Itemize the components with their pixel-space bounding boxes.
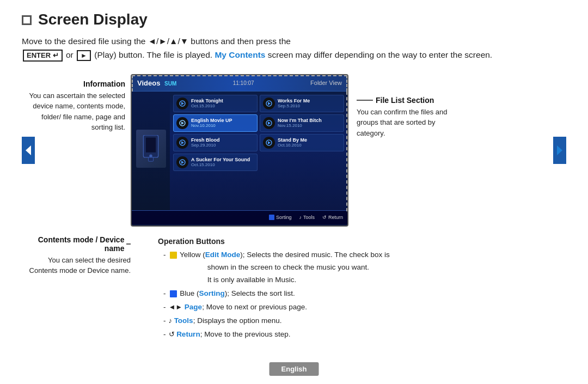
screen-box: Videos SUM 11:10:07 Folder View [131, 74, 348, 227]
file-info-6: A Sucker For Your Sound Oct.15.2010 [191, 157, 254, 167]
operation-buttons-title: Operation Buttons [158, 235, 390, 248]
op-item-2-text: Blue (Sorting); Selects the sort list. [169, 288, 390, 300]
file-date-0: Oct.15.2010 [191, 103, 254, 108]
contents-mode-text: You can select the desired Contents mode… [22, 255, 131, 276]
file-thumb-0 [176, 97, 188, 109]
yellow-color-box [170, 252, 177, 259]
bottom-btn-tools[interactable]: ♪ Tools [299, 215, 315, 220]
file-name-5: Stand By Me [278, 137, 341, 143]
usb-device-svg [140, 135, 162, 162]
file-list-title-row: File List Section [357, 96, 457, 105]
screen-filelist: Freak Tonight Oct.15.2010 Works For Me [170, 92, 347, 210]
description-block: Move to the desired file using the ◄/►/▲… [22, 35, 523, 62]
header-videos: Videos [137, 79, 160, 87]
main-content: Information You can ascertain the select… [22, 74, 566, 227]
tools-label: Tools [303, 215, 315, 220]
file-row-2: English Movie UP Nov.10.2010 Now I'm Tha… [173, 114, 344, 132]
op-item-page: - ◄► Page; Move to next or previous page… [163, 301, 390, 314]
edit-mode-link: Edit Mode [205, 251, 241, 259]
file-info-4: Fresh Blood Sep.29.2010 [191, 137, 254, 148]
svg-marker-19 [557, 145, 562, 155]
file-name-6: A Sucker For Your Sound [191, 157, 254, 162]
op-item-3-text: ◄► Page; Move to next or previous page. [169, 301, 390, 314]
svg-marker-6 [181, 102, 184, 105]
op-dash-2: - [163, 288, 166, 300]
file-name-2: English Movie UP [191, 118, 254, 123]
information-annotation: Information You can ascertain the select… [22, 74, 131, 133]
screen-content: Freak Tonight Oct.15.2010 Works For Me [132, 92, 347, 210]
empty-slot [260, 154, 344, 171]
device-icon [136, 130, 166, 168]
file-list-text: You can confirm the files and groups tha… [357, 107, 457, 139]
nav-arrow-right[interactable] [553, 137, 566, 164]
file-item-5[interactable]: Stand By Me Oct.10.2010 [260, 134, 344, 151]
file-row-1: Freak Tonight Oct.15.2010 Works For Me [173, 95, 344, 112]
op-dash-4: - [163, 315, 166, 327]
title-bullet-icon [22, 15, 32, 25]
file-thumb-2 [176, 117, 188, 129]
op-blue-before: Blue ( [180, 289, 199, 297]
blue-color-box [170, 290, 177, 297]
desc-part1: Move to the desired file using the ◄/►/▲… [22, 36, 291, 46]
file-info-2: English Movie UP Nov.10.2010 [191, 118, 254, 128]
file-item-1[interactable]: Works For Me Sep.5.2010 [260, 95, 344, 112]
svg-marker-14 [181, 141, 184, 144]
contents-mode-annotation: Contents mode / Device name You can sele… [22, 235, 136, 341]
svg-point-3 [149, 154, 152, 157]
tools-symbol-icon: ♪ [169, 316, 174, 325]
page-symbol: ◄► [169, 303, 185, 311]
file-item-4[interactable]: Fresh Blood Sep.29.2010 [173, 134, 258, 151]
screen-timestamp: 11:10:07 [233, 80, 254, 86]
tools-symbol: ♪ [299, 215, 302, 220]
file-date-6: Oct.15.2010 [191, 162, 254, 167]
file-item-3[interactable]: Now I'm That Bitch Nov.15.2010 [260, 114, 344, 132]
return-symbol: ↺ [322, 215, 327, 220]
page-title-row: Screen Display [22, 11, 566, 28]
op-item-tools: - ♪ Tools; Displays the option menu. [163, 315, 390, 327]
file-thumb-3 [263, 117, 275, 129]
file-thumb-5 [263, 137, 275, 149]
bottom-section: Contents mode / Device name You can sele… [22, 235, 566, 341]
tools-link: Tools [174, 316, 193, 325]
screen-mockup: Videos SUM 11:10:07 Folder View [131, 74, 348, 227]
file-name-4: Fresh Blood [191, 137, 254, 143]
file-item-2[interactable]: English Movie UP Nov.10.2010 [173, 114, 258, 132]
file-item-6[interactable]: A Sucker For Your Sound Oct.15.2010 [173, 154, 258, 171]
nav-arrow-left[interactable] [22, 137, 35, 164]
sorting-label: Sorting [276, 215, 292, 220]
information-title: Information [22, 80, 125, 88]
svg-marker-16 [268, 141, 271, 144]
op-return-after: ; Move to the previous step. [200, 330, 291, 338]
play-button-icon: ► [77, 50, 91, 61]
op-item-sorting: - Blue (Sorting); Selects the sort list. [163, 288, 390, 300]
svg-rect-4 [148, 157, 153, 161]
return-link: Return [176, 330, 200, 338]
svg-marker-18 [181, 161, 184, 164]
information-text: You can ascertain the selected device na… [22, 90, 125, 133]
file-name-1: Works For Me [278, 98, 341, 103]
screen-folder-view: Folder View [310, 80, 342, 86]
bottom-btn-return[interactable]: ↺ Return [322, 215, 343, 220]
svg-marker-12 [268, 121, 271, 125]
contents-mode-title: Contents mode / Device name [22, 235, 124, 253]
op-dash-3: - [163, 301, 166, 314]
sorting-link: Sorting [199, 289, 225, 297]
file-thumb-4 [176, 137, 188, 149]
page-container: Screen Display Move to the desired file … [0, 0, 588, 384]
file-item-0[interactable]: Freak Tonight Oct.15.2010 [173, 95, 258, 112]
file-list-section-title: File List Section [376, 96, 434, 105]
return-symbol-icon: ↺ [169, 330, 177, 338]
screen-header-title: Videos SUM [137, 79, 176, 87]
english-badge: English [270, 362, 319, 376]
sorting-color-icon [269, 215, 274, 220]
op-dash-1: - [163, 249, 166, 261]
file-info-5: Stand By Me Oct.10.2010 [278, 137, 341, 148]
file-row-3: Fresh Blood Sep.29.2010 Stand By Me [173, 134, 344, 151]
screen-bottom-bar: Sorting ♪ Tools ↺ Return [132, 210, 347, 224]
bottom-btn-sorting[interactable]: Sorting [269, 215, 292, 220]
op-item-1-text: Yellow (Edit Mode); Selects the desired … [169, 249, 390, 287]
page-title: Screen Display [38, 11, 148, 28]
svg-rect-2 [146, 137, 156, 152]
operation-buttons-section: Operation Buttons - Yellow (Edit Mode); … [147, 235, 390, 341]
file-info-3: Now I'm That Bitch Nov.15.2010 [278, 118, 341, 128]
